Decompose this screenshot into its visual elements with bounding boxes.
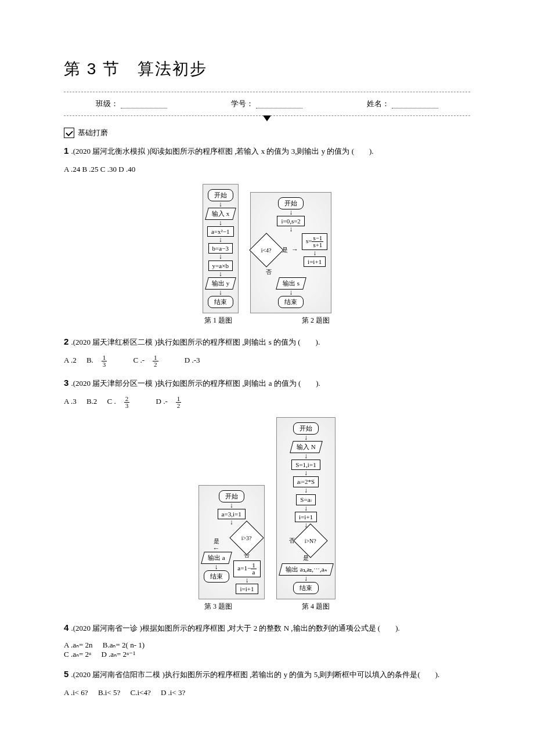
flowchart-4: 开始 ↓ 输入 N ↓ S=1,i=1 ↓ aᵢ=2*S ↓ S=aᵢ ↓ i=… <box>276 417 336 599</box>
option-d: D .-12 <box>156 397 198 406</box>
output-node: 输出 a₁,a₂,⋯,aₙ <box>279 563 333 576</box>
flowchart-3: 开始 ↓ a=3,i=1 ↓ 是 ← 输出 a ↓ 结束 i>3? 否 a=1−… <box>199 485 265 600</box>
end-node: 结束 <box>204 570 229 583</box>
process-node: S=aᵢ <box>296 494 315 505</box>
start-node: 开始 <box>208 189 233 201</box>
class-field: 班级： <box>96 99 167 109</box>
caption-row-3-4: 第 3 题图 第 4 题图 <box>64 602 470 612</box>
flowchart-1: 开始 ↓ 输入 x ↓ a=x²−1 ↓ b=a−3 ↓ y=a×b ↓ 输出 … <box>203 184 239 313</box>
option-a: A .i< 6? <box>64 688 88 697</box>
start-node: 开始 <box>293 422 319 435</box>
q2-number: 2 <box>64 337 71 346</box>
option-d: D .i< 3? <box>161 688 185 697</box>
q4-text: .(2020 届河南省一诊 )根据如图所示的程序框图 ,对大于 2 的整数 N … <box>71 624 400 632</box>
q3-options: A .3 B.2 C .23 D .-12 <box>64 396 470 409</box>
section-heading: 基础打磨 <box>64 128 470 138</box>
checkbox-icon <box>64 128 74 138</box>
q4-number: 4 <box>64 623 71 632</box>
no-label: 否 <box>266 268 272 276</box>
q2-text: .(2020 届天津红桥区二模 )执行如图所示的程序框图 ,则输出 s 的值为 … <box>71 338 320 346</box>
option-b: B.2 <box>86 397 97 406</box>
diagram-row-1-2: 开始 ↓ 输入 x ↓ a=x²−1 ↓ b=a−3 ↓ y=a×b ↓ 输出 … <box>64 184 470 313</box>
arrow-icon: ← <box>213 547 220 551</box>
process-node: s=s−1s+1 <box>302 233 327 250</box>
arrow-icon: ↓ <box>304 577 308 581</box>
option-a: A .2 <box>64 356 77 364</box>
end-node: 结束 <box>293 582 319 594</box>
triangle-down-icon <box>263 115 271 121</box>
arrow-icon: ↓ <box>219 221 222 225</box>
arrow-icon: ↓ <box>289 227 293 231</box>
process-node: y=a×b <box>208 261 233 271</box>
arrow-icon: ↓ <box>289 211 293 215</box>
q1-options: A .24 B .25 C .30 D .40 <box>64 164 470 176</box>
process-node: i=i+1 <box>304 256 326 267</box>
caption-4: 第 4 题图 <box>302 602 330 612</box>
q5-number: 5 <box>64 669 71 679</box>
arrow-icon: ↓ <box>230 504 233 508</box>
option-a: A .aₙ= 2n <box>64 641 93 649</box>
option-c: C.i<4? <box>131 688 151 697</box>
arrow-icon: ↓ <box>230 520 233 525</box>
arrow-icon: ↓ <box>219 238 222 242</box>
end-node: 结束 <box>208 296 233 308</box>
process-node: i=i+1 <box>236 584 258 594</box>
q3-text: .(2020 届天津部分区一模 )执行如图所示的程序框图 ,则输出 a 的值为 … <box>71 379 320 388</box>
arrow-icon: ↓ <box>289 291 293 295</box>
arrow-icon: ↓ <box>219 272 222 276</box>
caption-row-1-2: 第 1 题图 第 2 题图 <box>64 316 470 325</box>
arrow-icon: ↓ <box>245 578 248 583</box>
q3-number: 3 <box>64 378 71 388</box>
arrow-icon: ↓ <box>219 255 222 259</box>
id-field: 学号： <box>231 99 302 109</box>
student-info-bar: 班级： 学号： 姓名： <box>64 92 470 116</box>
q1-number: 1 <box>64 146 71 155</box>
q5-text: .(2020 届河南省信阳市二模 )执行如图所示的程序框图 ,若输出的 y 的值… <box>71 670 440 679</box>
arrow-icon: ↓ <box>219 202 222 207</box>
end-node: 结束 <box>278 296 304 308</box>
option-b: B.aₙ= 2( n- 1) <box>103 641 145 649</box>
arrow-icon: ↓ <box>219 291 222 295</box>
arrow-icon: ↓ <box>313 251 316 255</box>
option-a: A .3 <box>64 397 77 406</box>
option-d: D .aₙ= 2ⁿ⁻¹ <box>101 650 135 659</box>
output-node: 输出 y <box>205 277 236 290</box>
decision-node: i>3? <box>230 520 264 555</box>
arrow-icon: ↓ <box>304 471 308 475</box>
option-b: B.13 <box>86 356 123 364</box>
question-3: 3 .(2020 届天津部分区一模 )执行如图所示的程序框图 ,则输出 a 的值… <box>64 376 470 390</box>
q1-text: .(2020 届河北衡水模拟 )阅读如图所示的程序框图 ,若输入 x 的值为 3… <box>71 147 374 155</box>
q5-options: A .i< 6? B.i< 5? C.i<4? D .i< 3? <box>64 687 470 699</box>
q2-options: A .2 B.13 C .-12 D .-3 <box>64 355 470 368</box>
output-node: 输出 a <box>201 552 232 564</box>
caption-3: 第 3 题图 <box>204 602 232 612</box>
question-5: 5 .(2020 届河南省信阳市二模 )执行如图所示的程序框图 ,若输出的 y … <box>64 667 470 681</box>
diagram-row-3-4: 开始 ↓ a=3,i=1 ↓ 是 ← 输出 a ↓ 结束 i>3? 否 a=1−… <box>64 417 470 599</box>
option-c: C .-12 <box>134 356 175 364</box>
question-1: 1 .(2020 届河北衡水模拟 )阅读如图所示的程序框图 ,若输入 x 的值为… <box>64 144 470 158</box>
decision-node: i>N? <box>293 523 327 558</box>
input-node: 输入 N <box>290 441 322 453</box>
arrow-icon: ↓ <box>304 507 308 511</box>
input-node: 输入 x <box>205 208 236 220</box>
question-4: 4 .(2020 届河南省一诊 )根据如图所示的程序框图 ,对大于 2 的整数 … <box>64 621 470 635</box>
section-label: 基础打磨 <box>78 128 108 138</box>
caption-1: 第 1 题图 <box>204 316 232 325</box>
start-node: 开始 <box>219 490 244 502</box>
option-d: D .-3 <box>185 356 200 364</box>
arrow-icon: ↓ <box>304 454 308 458</box>
output-node: 输出 s <box>276 277 306 290</box>
question-2: 2 .(2020 届天津红桥区二模 )执行如图所示的程序框图 ,则输出 s 的值… <box>64 335 470 349</box>
option-b: B.i< 5? <box>98 688 120 697</box>
name-field: 姓名： <box>367 99 438 109</box>
arrow-icon: ↓ <box>304 436 308 440</box>
arrow-icon: ↓ <box>304 489 308 493</box>
option-c: C .aₙ= 2ⁿ <box>64 650 91 659</box>
flowchart-2: 开始 ↓ i=0,s=2 ↓ i<4? 是 → s=s−1s+1 ↓ i=i+1… <box>250 192 331 313</box>
caption-2: 第 2 题图 <box>302 316 330 325</box>
start-node: 开始 <box>278 197 304 209</box>
arrow-icon: → <box>291 248 298 252</box>
process-node: a=1−1a <box>233 560 260 577</box>
decision-node: i<4? <box>249 233 283 267</box>
arrow-icon: ↓ <box>215 565 218 569</box>
